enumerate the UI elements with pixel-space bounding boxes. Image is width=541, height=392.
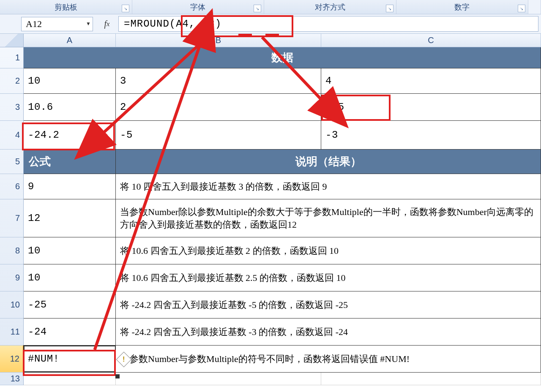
cell-A8[interactable]: 10 (24, 237, 116, 264)
fx-icon[interactable]: fx (100, 17, 114, 31)
row-header-13[interactable]: 13 (0, 373, 24, 385)
row-header-10[interactable]: 10 (0, 291, 24, 318)
row-header-9[interactable]: 9 (0, 264, 24, 291)
ribbon-group-font: 字体 ↘ (132, 0, 265, 14)
ribbon-group-number: 数字 ↘ (396, 0, 529, 14)
cell-B10[interactable]: 将 -24.2 四舍五入到最接近基数 -5 的倍数，函数返回 -25 (116, 291, 541, 318)
cell-A3[interactable]: 10.6 (24, 94, 116, 120)
row-header-2[interactable]: 2 (0, 68, 24, 94)
worksheet: A B C 1 2 3 4 5 6 7 8 9 10 11 12 13 数据 1 (0, 34, 541, 385)
cell-B5[interactable]: 说明（结果） (116, 150, 541, 174)
row-header-3[interactable]: 3 (0, 94, 24, 121)
cell-A4[interactable]: -24.2 (24, 121, 116, 149)
column-header-A[interactable]: A (24, 34, 116, 47)
cell-B4[interactable]: -5 (116, 121, 321, 149)
row-header-8[interactable]: 8 (0, 237, 24, 264)
cell-C13[interactable] (321, 373, 541, 385)
formula-text: =MROUND(A4, C3) (124, 18, 221, 30)
cell-C3[interactable]: 2.5 (321, 94, 541, 120)
cell-B3[interactable]: 2 (116, 94, 321, 120)
dialog-launcher-icon[interactable]: ↘ (386, 5, 393, 12)
cell-A1[interactable]: 数据 (24, 47, 541, 68)
column-headers: A B C (0, 34, 541, 47)
row-header-11[interactable]: 11 (0, 318, 24, 346)
ribbon-group-clipboard: 剪贴板 ↘ (0, 0, 132, 14)
row-headers: 1 2 3 4 5 6 7 8 9 10 11 12 13 (0, 47, 24, 385)
cell-B12[interactable]: 当参数Number与参数Multiple的符号不同时，函数将返回错误值 #NUM… (116, 346, 541, 372)
cell-A5[interactable]: 公式 (24, 150, 116, 174)
ribbon-group-label: 字体 (190, 2, 205, 12)
ribbon-group-label: 对齐方式 (315, 2, 345, 12)
cell-B2[interactable]: 3 (116, 68, 321, 93)
cell-C4[interactable]: -3 (321, 121, 541, 149)
name-box-value: A12 (26, 19, 42, 30)
dialog-launcher-icon[interactable]: ↘ (518, 5, 525, 12)
ribbon-groups: 剪贴板 ↘ 字体 ↘ 对齐方式 ↘ 数字 ↘ (0, 0, 541, 14)
cells-grid: 数据 10 3 4 10.6 2 2.5 -24.2 -5 -3 公式 (24, 47, 541, 385)
row-header-12[interactable]: 12 (0, 346, 24, 373)
formula-input[interactable]: =MROUND(A4, C3) (118, 16, 538, 32)
ribbon-edge (528, 0, 541, 14)
row-header-4[interactable]: 4 (0, 121, 24, 150)
cell-B9[interactable]: 将 10.6 四舍五入到最接近基数 2.5 的倍数，函数返回 10 (116, 264, 541, 291)
row-header-5[interactable]: 5 (0, 150, 24, 174)
column-header-C[interactable]: C (321, 34, 541, 47)
row-header-7[interactable]: 7 (0, 199, 24, 237)
cell-A13[interactable] (24, 373, 116, 385)
select-all-corner[interactable] (0, 34, 24, 47)
ribbon-group-label: 数字 (454, 2, 470, 12)
cell-A9[interactable]: 10 (24, 264, 116, 291)
cell-A6[interactable]: 9 (24, 174, 116, 199)
chevron-down-icon[interactable]: ▼ (86, 21, 91, 27)
cell-B11[interactable]: 将 -24.2 四舍五入到最接近基数 -3 的倍数，函数返回 -24 (116, 318, 541, 345)
cell-B7[interactable]: 当参数Number除以参数Multiple的余数大于等于参数Multiple的一… (116, 199, 541, 237)
ribbon-group-label: 剪贴板 (55, 2, 77, 12)
cell-A7[interactable]: 12 (24, 199, 116, 237)
row-header-1[interactable]: 1 (0, 47, 24, 68)
dialog-launcher-icon[interactable]: ↘ (254, 5, 261, 12)
cell-A11[interactable]: -24 (24, 318, 116, 345)
name-box[interactable]: A12 ▼ (21, 17, 93, 31)
column-header-B[interactable]: B (116, 34, 321, 47)
cell-B8[interactable]: 将 10.6 四舍五入到最接近基数 2 的倍数，函数返回 10 (116, 237, 541, 264)
cell-C2[interactable]: 4 (321, 68, 541, 93)
dialog-launcher-icon[interactable]: ↘ (122, 5, 129, 12)
cell-B13[interactable] (116, 373, 321, 385)
row-header-6[interactable]: 6 (0, 174, 24, 199)
cell-A2[interactable]: 10 (24, 68, 116, 93)
formula-bar: A12 ▼ fx =MROUND(A4, C3) (0, 14, 541, 34)
ribbon-group-alignment: 对齐方式 ↘ (264, 0, 396, 14)
cell-B6[interactable]: 将 10 四舍五入到最接近基数 3 的倍数，函数返回 9 (116, 174, 541, 199)
cell-A10[interactable]: -25 (24, 291, 116, 318)
cell-A12[interactable]: #NUM! (24, 346, 116, 372)
